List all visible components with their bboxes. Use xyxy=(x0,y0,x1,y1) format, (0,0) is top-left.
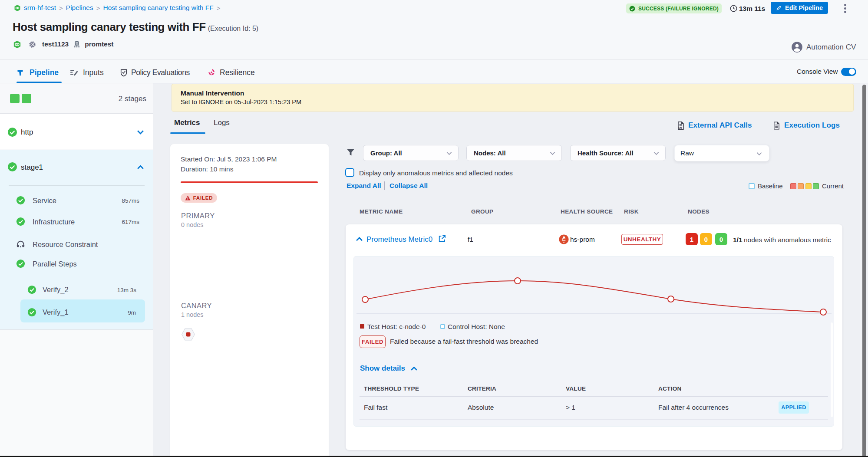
svg-text:API: API xyxy=(678,127,682,129)
